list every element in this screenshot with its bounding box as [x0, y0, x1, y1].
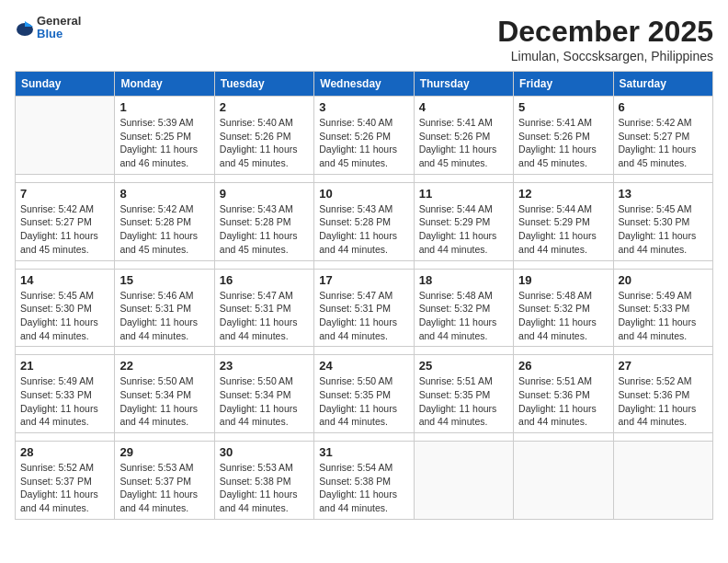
day-number: 29: [119, 445, 209, 459]
day-info: Sunrise: 5:47 AMSunset: 5:31 PMDaylight:…: [220, 289, 309, 343]
day-number: 27: [619, 359, 708, 373]
day-info: Sunrise: 5:47 AMSunset: 5:31 PMDaylight:…: [319, 289, 408, 343]
day-info: Sunrise: 5:48 AMSunset: 5:32 PMDaylight:…: [518, 289, 608, 343]
calendar-cell: [16, 97, 115, 175]
day-info: Sunrise: 5:43 AMSunset: 5:28 PMDaylight:…: [220, 202, 309, 257]
calendar-cell: [613, 442, 712, 520]
day-number: 25: [419, 359, 508, 373]
day-info: Sunrise: 5:50 AMSunset: 5:34 PMDaylight:…: [119, 374, 209, 429]
day-number: 5: [518, 100, 608, 114]
day-number: 22: [119, 359, 209, 373]
day-info: Sunrise: 5:42 AMSunset: 5:27 PMDaylight:…: [619, 116, 708, 170]
calendar-row-divider: [16, 347, 713, 355]
day-number: 9: [220, 187, 309, 201]
logo-blue-text: Blue: [37, 28, 81, 40]
calendar-header-row: SundayMondayTuesdayWednesdayThursdayFrid…: [16, 72, 713, 97]
calendar-table: SundayMondayTuesdayWednesdayThursdayFrid…: [15, 71, 713, 520]
calendar-header-friday: Friday: [514, 72, 613, 97]
calendar-cell: 27Sunrise: 5:52 AMSunset: 5:36 PMDayligh…: [613, 355, 712, 433]
calendar-cell: 20Sunrise: 5:49 AMSunset: 5:33 PMDayligh…: [613, 269, 712, 347]
calendar-cell: 8Sunrise: 5:42 AMSunset: 5:28 PMDaylight…: [115, 182, 214, 260]
calendar-cell: [514, 442, 613, 520]
day-info: Sunrise: 5:48 AMSunset: 5:32 PMDaylight:…: [419, 289, 508, 343]
location: Limulan, Soccsksargen, Philippines: [497, 49, 713, 63]
calendar-cell: 19Sunrise: 5:48 AMSunset: 5:32 PMDayligh…: [514, 269, 613, 347]
calendar-cell: 21Sunrise: 5:49 AMSunset: 5:33 PMDayligh…: [16, 355, 115, 433]
calendar-row-divider: [16, 433, 713, 442]
calendar-row-divider: [16, 174, 713, 182]
day-number: 21: [20, 359, 109, 373]
day-info: Sunrise: 5:51 AMSunset: 5:35 PMDaylight:…: [419, 374, 508, 429]
calendar-week-row: 28Sunrise: 5:52 AMSunset: 5:37 PMDayligh…: [16, 442, 713, 520]
day-info: Sunrise: 5:44 AMSunset: 5:29 PMDaylight:…: [419, 202, 508, 257]
day-info: Sunrise: 5:46 AMSunset: 5:31 PMDaylight:…: [119, 289, 209, 343]
calendar-cell: 15Sunrise: 5:46 AMSunset: 5:31 PMDayligh…: [115, 269, 214, 347]
day-number: 4: [419, 100, 508, 114]
day-number: 10: [319, 187, 408, 201]
calendar-cell: 2Sunrise: 5:40 AMSunset: 5:26 PMDaylight…: [214, 97, 313, 175]
calendar-header-sunday: Sunday: [16, 72, 115, 97]
day-number: 26: [518, 359, 608, 373]
calendar-header-tuesday: Tuesday: [214, 72, 313, 97]
day-number: 16: [220, 273, 309, 287]
day-info: Sunrise: 5:53 AMSunset: 5:37 PMDaylight:…: [119, 461, 209, 515]
day-info: Sunrise: 5:42 AMSunset: 5:28 PMDaylight:…: [119, 202, 209, 257]
day-number: 13: [619, 187, 708, 201]
day-number: 11: [419, 187, 508, 201]
calendar-header-saturday: Saturday: [613, 72, 712, 97]
day-info: Sunrise: 5:41 AMSunset: 5:26 PMDaylight:…: [419, 116, 508, 170]
day-number: 30: [220, 445, 309, 459]
day-info: Sunrise: 5:39 AMSunset: 5:25 PMDaylight:…: [119, 116, 209, 170]
calendar-header-thursday: Thursday: [414, 72, 513, 97]
day-number: 1: [119, 100, 209, 114]
day-info: Sunrise: 5:41 AMSunset: 5:26 PMDaylight:…: [518, 116, 608, 170]
day-info: Sunrise: 5:44 AMSunset: 5:29 PMDaylight:…: [518, 202, 608, 257]
calendar-cell: 29Sunrise: 5:53 AMSunset: 5:37 PMDayligh…: [115, 442, 214, 520]
day-info: Sunrise: 5:52 AMSunset: 5:36 PMDaylight:…: [619, 374, 708, 429]
day-info: Sunrise: 5:54 AMSunset: 5:38 PMDaylight:…: [319, 461, 408, 515]
calendar-cell: 31Sunrise: 5:54 AMSunset: 5:38 PMDayligh…: [314, 442, 414, 520]
calendar-cell: 9Sunrise: 5:43 AMSunset: 5:28 PMDaylight…: [214, 182, 313, 260]
day-number: 24: [319, 359, 408, 373]
calendar-cell: 25Sunrise: 5:51 AMSunset: 5:35 PMDayligh…: [414, 355, 513, 433]
calendar-cell: 16Sunrise: 5:47 AMSunset: 5:31 PMDayligh…: [214, 269, 313, 347]
day-number: 7: [20, 187, 109, 201]
day-number: 23: [220, 359, 309, 373]
month-title: December 2025: [497, 15, 713, 49]
day-info: Sunrise: 5:49 AMSunset: 5:33 PMDaylight:…: [20, 374, 109, 429]
day-info: Sunrise: 5:42 AMSunset: 5:27 PMDaylight:…: [20, 202, 109, 257]
day-info: Sunrise: 5:45 AMSunset: 5:30 PMDaylight:…: [619, 202, 708, 257]
day-number: 18: [419, 273, 508, 287]
logo-general-text: General: [37, 15, 81, 28]
day-info: Sunrise: 5:53 AMSunset: 5:38 PMDaylight:…: [220, 461, 309, 515]
calendar-row-divider: [16, 260, 713, 269]
day-number: 15: [119, 273, 209, 287]
day-number: 12: [518, 187, 608, 201]
calendar-header-wednesday: Wednesday: [314, 72, 414, 97]
calendar-cell: 3Sunrise: 5:40 AMSunset: 5:26 PMDaylight…: [314, 97, 414, 175]
calendar-cell: 12Sunrise: 5:44 AMSunset: 5:29 PMDayligh…: [514, 182, 613, 260]
calendar-cell: 23Sunrise: 5:50 AMSunset: 5:34 PMDayligh…: [214, 355, 313, 433]
day-info: Sunrise: 5:43 AMSunset: 5:28 PMDaylight:…: [319, 202, 408, 257]
page-header: General Blue December 2025 Limulan, Socc…: [15, 15, 713, 63]
calendar-header-monday: Monday: [115, 72, 214, 97]
logo: General Blue: [15, 15, 81, 41]
logo-bird-icon: [15, 17, 35, 38]
day-info: Sunrise: 5:40 AMSunset: 5:26 PMDaylight:…: [220, 116, 309, 170]
calendar-cell: 1Sunrise: 5:39 AMSunset: 5:25 PMDaylight…: [115, 97, 214, 175]
day-info: Sunrise: 5:50 AMSunset: 5:35 PMDaylight:…: [319, 374, 408, 429]
day-info: Sunrise: 5:45 AMSunset: 5:30 PMDaylight:…: [20, 289, 109, 343]
day-number: 8: [119, 187, 209, 201]
calendar-cell: 5Sunrise: 5:41 AMSunset: 5:26 PMDaylight…: [514, 97, 613, 175]
day-info: Sunrise: 5:52 AMSunset: 5:37 PMDaylight:…: [20, 461, 109, 515]
day-number: 28: [20, 445, 109, 459]
calendar-cell: 30Sunrise: 5:53 AMSunset: 5:38 PMDayligh…: [214, 442, 313, 520]
day-number: 3: [319, 100, 408, 114]
day-number: 2: [220, 100, 309, 114]
calendar-cell: 22Sunrise: 5:50 AMSunset: 5:34 PMDayligh…: [115, 355, 214, 433]
day-number: 6: [619, 100, 708, 114]
day-number: 19: [518, 273, 608, 287]
title-block: December 2025 Limulan, Soccsksargen, Phi…: [497, 15, 713, 63]
calendar-week-row: 7Sunrise: 5:42 AMSunset: 5:27 PMDaylight…: [16, 182, 713, 260]
day-info: Sunrise: 5:49 AMSunset: 5:33 PMDaylight:…: [619, 289, 708, 343]
